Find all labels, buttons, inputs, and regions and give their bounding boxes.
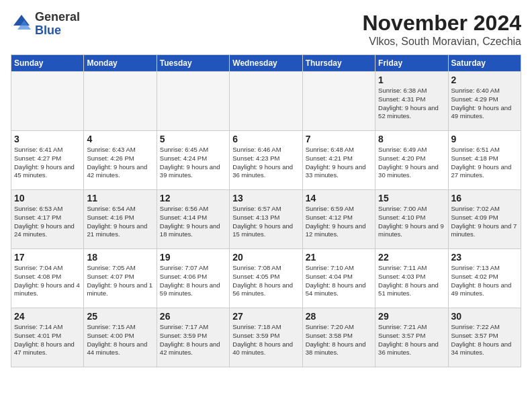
table-row: 15Sunrise: 7:00 AMSunset: 4:10 PMDayligh… [375, 190, 448, 249]
location-subtitle: Vlkos, South Moravian, Czechia [362, 36, 521, 48]
col-saturday: Saturday [448, 55, 521, 72]
week-row-5: 24Sunrise: 7:14 AMSunset: 4:01 PMDayligh… [11, 308, 521, 367]
day-info: Sunrise: 6:41 AMSunset: 4:27 PMDaylight:… [14, 146, 81, 180]
logo: General Blue [11, 11, 80, 38]
table-row: 7Sunrise: 6:48 AMSunset: 4:21 PMDaylight… [302, 131, 375, 190]
day-info: Sunrise: 7:14 AMSunset: 4:01 PMDaylight:… [14, 323, 81, 357]
table-row: 11Sunrise: 6:54 AMSunset: 4:16 PMDayligh… [84, 190, 157, 249]
table-row: 3Sunrise: 6:41 AMSunset: 4:27 PMDaylight… [11, 131, 84, 190]
week-row-2: 3Sunrise: 6:41 AMSunset: 4:27 PMDaylight… [11, 131, 521, 190]
table-row: 25Sunrise: 7:15 AMSunset: 4:00 PMDayligh… [84, 308, 157, 367]
day-info: Sunrise: 6:48 AMSunset: 4:21 PMDaylight:… [306, 146, 372, 180]
table-row: 29Sunrise: 7:21 AMSunset: 3:57 PMDayligh… [375, 308, 448, 367]
day-number: 2 [451, 75, 518, 85]
day-number: 6 [232, 134, 299, 144]
svg-marker-0 [13, 15, 30, 26]
table-row: 17Sunrise: 7:04 AMSunset: 4:08 PMDayligh… [11, 249, 84, 308]
col-tuesday: Tuesday [157, 55, 229, 72]
table-row: 12Sunrise: 6:56 AMSunset: 4:14 PMDayligh… [157, 190, 229, 249]
day-info: Sunrise: 6:53 AMSunset: 4:17 PMDaylight:… [14, 205, 81, 239]
col-monday: Monday [84, 55, 157, 72]
day-number: 8 [378, 134, 445, 144]
day-info: Sunrise: 7:15 AMSunset: 4:00 PMDaylight:… [87, 323, 153, 357]
day-info: Sunrise: 6:40 AMSunset: 4:29 PMDaylight:… [451, 87, 518, 121]
day-number: 19 [160, 252, 226, 263]
table-row: 28Sunrise: 7:20 AMSunset: 3:58 PMDayligh… [302, 308, 375, 367]
day-number: 22 [378, 252, 445, 263]
table-row: 22Sunrise: 7:11 AMSunset: 4:03 PMDayligh… [375, 249, 448, 308]
table-row: 23Sunrise: 7:13 AMSunset: 4:02 PMDayligh… [448, 249, 521, 308]
day-info: Sunrise: 7:02 AMSunset: 4:09 PMDaylight:… [451, 205, 518, 239]
day-number: 13 [232, 193, 299, 203]
day-info: Sunrise: 6:56 AMSunset: 4:14 PMDaylight:… [160, 205, 226, 239]
day-number: 29 [378, 311, 445, 322]
table-row: 18Sunrise: 7:05 AMSunset: 4:07 PMDayligh… [84, 249, 157, 308]
table-row: 27Sunrise: 7:18 AMSunset: 3:59 PMDayligh… [230, 308, 302, 367]
col-friday: Friday [375, 55, 448, 72]
day-number: 28 [306, 311, 372, 322]
table-row: 9Sunrise: 6:51 AMSunset: 4:18 PMDaylight… [448, 131, 521, 190]
day-number: 7 [306, 134, 372, 144]
day-number: 24 [14, 311, 81, 322]
month-title: November 2024 [362, 11, 521, 36]
calendar-header-row: Sunday Monday Tuesday Wednesday Thursday… [11, 55, 521, 72]
logo-text: General Blue [35, 11, 80, 38]
table-row: 2Sunrise: 6:40 AMSunset: 4:29 PMDaylight… [448, 72, 521, 131]
day-info: Sunrise: 7:10 AMSunset: 4:04 PMDaylight:… [306, 264, 372, 298]
table-row: 13Sunrise: 6:57 AMSunset: 4:13 PMDayligh… [230, 190, 302, 249]
day-info: Sunrise: 7:20 AMSunset: 3:58 PMDaylight:… [306, 323, 372, 357]
day-number: 30 [451, 311, 518, 322]
day-number: 4 [87, 134, 153, 144]
day-number: 18 [87, 252, 153, 263]
day-info: Sunrise: 6:38 AMSunset: 4:31 PMDaylight:… [378, 87, 445, 121]
day-number: 3 [14, 134, 81, 144]
day-info: Sunrise: 7:04 AMSunset: 4:08 PMDaylight:… [14, 264, 81, 298]
day-number: 23 [451, 252, 518, 263]
table-row: 30Sunrise: 7:22 AMSunset: 3:57 PMDayligh… [448, 308, 521, 367]
week-row-3: 10Sunrise: 6:53 AMSunset: 4:17 PMDayligh… [11, 190, 521, 249]
col-thursday: Thursday [302, 55, 375, 72]
day-info: Sunrise: 7:07 AMSunset: 4:06 PMDaylight:… [160, 264, 226, 298]
table-row: 14Sunrise: 6:59 AMSunset: 4:12 PMDayligh… [302, 190, 375, 249]
day-number: 21 [306, 252, 372, 263]
col-sunday: Sunday [11, 55, 84, 72]
title-block: November 2024 Vlkos, South Moravian, Cze… [362, 11, 521, 48]
day-number: 26 [160, 311, 226, 322]
page-header: General Blue November 2024 Vlkos, South … [11, 11, 521, 48]
day-number: 12 [160, 193, 226, 203]
day-info: Sunrise: 6:45 AMSunset: 4:24 PMDaylight:… [160, 146, 226, 180]
day-number: 17 [14, 252, 81, 263]
day-number: 1 [378, 75, 445, 85]
day-info: Sunrise: 7:08 AMSunset: 4:05 PMDaylight:… [232, 264, 299, 298]
week-row-1: 1Sunrise: 6:38 AMSunset: 4:31 PMDaylight… [11, 72, 521, 131]
table-row [302, 72, 375, 131]
day-number: 16 [451, 193, 518, 203]
table-row: 26Sunrise: 7:17 AMSunset: 3:59 PMDayligh… [157, 308, 229, 367]
day-info: Sunrise: 6:51 AMSunset: 4:18 PMDaylight:… [451, 146, 518, 180]
day-info: Sunrise: 7:21 AMSunset: 3:57 PMDaylight:… [378, 323, 445, 357]
table-row [157, 72, 229, 131]
day-info: Sunrise: 7:11 AMSunset: 4:03 PMDaylight:… [378, 264, 445, 298]
day-number: 15 [378, 193, 445, 203]
table-row [230, 72, 302, 131]
day-number: 11 [87, 193, 153, 203]
table-row: 16Sunrise: 7:02 AMSunset: 4:09 PMDayligh… [448, 190, 521, 249]
day-info: Sunrise: 7:17 AMSunset: 3:59 PMDaylight:… [160, 323, 226, 357]
day-number: 5 [160, 134, 226, 144]
day-info: Sunrise: 7:13 AMSunset: 4:02 PMDaylight:… [451, 264, 518, 298]
table-row: 21Sunrise: 7:10 AMSunset: 4:04 PMDayligh… [302, 249, 375, 308]
day-number: 27 [232, 311, 299, 322]
day-number: 9 [451, 134, 518, 144]
table-row [84, 72, 157, 131]
day-number: 25 [87, 311, 153, 322]
day-info: Sunrise: 7:18 AMSunset: 3:59 PMDaylight:… [232, 323, 299, 357]
table-row: 8Sunrise: 6:49 AMSunset: 4:20 PMDaylight… [375, 131, 448, 190]
day-info: Sunrise: 6:43 AMSunset: 4:26 PMDaylight:… [87, 146, 153, 180]
table-row: 19Sunrise: 7:07 AMSunset: 4:06 PMDayligh… [157, 249, 229, 308]
day-info: Sunrise: 6:49 AMSunset: 4:20 PMDaylight:… [378, 146, 445, 180]
day-number: 14 [306, 193, 372, 203]
day-info: Sunrise: 6:57 AMSunset: 4:13 PMDaylight:… [232, 205, 299, 239]
day-info: Sunrise: 7:22 AMSunset: 3:57 PMDaylight:… [451, 323, 518, 357]
day-info: Sunrise: 7:05 AMSunset: 4:07 PMDaylight:… [87, 264, 153, 298]
week-row-4: 17Sunrise: 7:04 AMSunset: 4:08 PMDayligh… [11, 249, 521, 308]
